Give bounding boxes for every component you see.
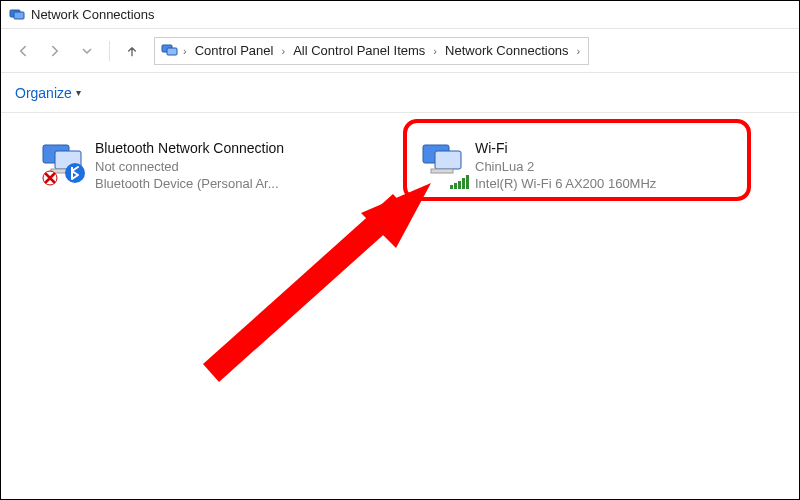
connection-status: Not connected [95,158,284,176]
breadcrumb-segment[interactable]: Control Panel [191,41,278,60]
breadcrumb-segment[interactable]: All Control Panel Items [289,41,429,60]
forward-button[interactable] [43,39,67,63]
connection-name: Wi-Fi [475,139,656,158]
wifi-adapter-icon [419,139,467,187]
address-bar[interactable]: › Control Panel › All Control Panel Item… [154,37,589,65]
dropdown-arrow-icon: ▾ [76,87,81,98]
chevron-right-icon[interactable]: › [431,45,439,57]
annotation-arrow [191,183,451,383]
toolbar: Organize ▾ [1,73,799,113]
connection-item-wifi[interactable]: Wi-Fi ChinLua 2 Intel(R) Wi-Fi 6 AX200 1… [409,133,749,199]
connection-device: Bluetooth Device (Personal Ar... [95,175,284,193]
network-places-icon [161,42,179,60]
organize-menu-button[interactable]: Organize ▾ [15,85,81,101]
signal-strength-icon [450,175,469,189]
connection-name: Bluetooth Network Connection [95,139,284,158]
organize-label: Organize [15,85,72,101]
svg-rect-1 [14,12,24,19]
chevron-right-icon[interactable]: › [279,45,287,57]
svg-rect-11 [431,169,453,173]
up-button[interactable] [120,39,144,63]
navigation-bar: › Control Panel › All Control Panel Item… [1,29,799,73]
title-bar: Network Connections [1,1,799,29]
separator [109,41,110,61]
network-connections-icon [9,7,25,23]
window-title: Network Connections [31,7,155,22]
connection-item-bluetooth[interactable]: Bluetooth Network Connection Not connect… [29,133,369,199]
breadcrumb-segment[interactable]: Network Connections [441,41,573,60]
chevron-right-icon[interactable]: › [575,45,583,57]
chevron-right-icon[interactable]: › [181,45,189,57]
content-area: Bluetooth Network Connection Not connect… [1,113,799,499]
connection-device: Intel(R) Wi-Fi 6 AX200 160MHz [475,175,656,193]
svg-line-12 [211,203,401,373]
svg-rect-10 [435,151,461,169]
svg-rect-3 [167,48,177,55]
connection-status: ChinLua 2 [475,158,656,176]
bluetooth-adapter-icon [39,139,87,187]
back-button[interactable] [11,39,35,63]
recent-locations-dropdown[interactable] [75,39,99,63]
